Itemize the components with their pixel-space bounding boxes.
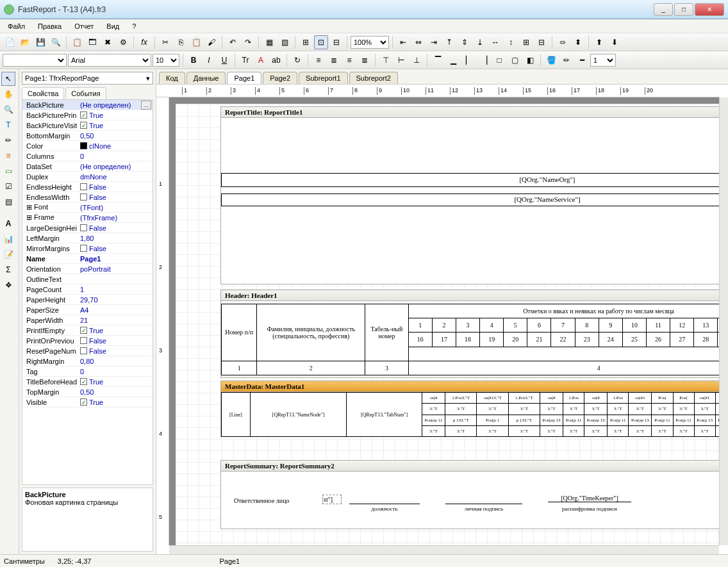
band-tool[interactable]: ≡ <box>1 149 15 163</box>
tab-page1[interactable]: Page1 <box>227 72 261 84</box>
menu-report[interactable]: Отчет <box>70 21 97 31</box>
same-height-button[interactable]: ⬍ <box>571 35 585 49</box>
prop-row-rightmargin[interactable]: RightMargin0,80 <box>22 356 153 366</box>
zoom-combo[interactable]: 100% <box>351 36 389 49</box>
menu-file[interactable]: Файл <box>4 21 29 31</box>
cross-tool[interactable]: Σ <box>1 263 15 277</box>
prop-row-backpictureprin[interactable]: BackPicturePrin✓True <box>22 110 153 120</box>
prop-row-printifempty[interactable]: PrintIfEmpty✓True <box>22 325 153 336</box>
group-button[interactable]: ▦ <box>262 35 276 49</box>
prop-row-color[interactable]: ColorclNone <box>22 141 153 151</box>
frame-bottom-button[interactable]: ▁ <box>446 53 460 67</box>
frame-left-button[interactable]: ▏ <box>461 53 476 67</box>
delete-page-button[interactable]: ✖ <box>101 35 115 49</box>
prop-row-backpicture[interactable]: BackPicture(Не определен)… <box>22 100 153 110</box>
header-table[interactable]: Номер п/п Фамилия, инициалы, должность (… <box>221 304 719 375</box>
copy-button[interactable]: ⎘ <box>174 35 188 49</box>
prop-row-printonpreviou[interactable]: PrintOnPreviouFalse <box>22 336 153 346</box>
prop-row-mirrormargins[interactable]: MirrorMarginsFalse <box>22 243 153 254</box>
prop-row-titlebeforehead[interactable]: TitleBeforeHead✓True <box>22 377 153 387</box>
space-v-button[interactable]: ↕ <box>504 35 518 49</box>
band-page-header-header[interactable]: Header: Header1 <box>220 290 719 301</box>
prop-row-tag[interactable]: Tag0 <box>22 366 153 377</box>
label-responsible[interactable]: Ответственное лицо <box>234 497 290 504</box>
font-name-combo[interactable]: Arial <box>68 54 151 67</box>
text-tool[interactable]: T <box>1 118 15 132</box>
menu-view[interactable]: Вид <box>103 21 123 31</box>
new-dialog-button[interactable]: 🗔 <box>85 35 99 49</box>
band-report-title-header[interactable]: ReportTitle: ReportTitle1 <box>220 106 719 118</box>
design-canvas[interactable]: ReportTitle: ReportTitle1 [QOrg."NameOrg… <box>169 97 719 545</box>
prop-row-outlinetext[interactable]: OutlineText <box>22 274 153 284</box>
font-size-combo[interactable]: 10 <box>153 54 179 67</box>
send-back-button[interactable]: ⬇ <box>608 35 622 49</box>
tab-events[interactable]: События <box>65 87 106 99</box>
scrollbar-horizontal[interactable] <box>169 545 719 554</box>
align-justify-button[interactable]: ≣ <box>358 53 372 67</box>
tab-subreport2[interactable]: Subreport2 <box>349 72 398 84</box>
frame-style-button[interactable]: ━ <box>575 53 589 67</box>
prop-row-columns[interactable]: Columns0 <box>22 151 153 161</box>
prop-row-endlessheight[interactable]: EndlessHeightFalse <box>22 182 153 192</box>
prop-row-paperwidth[interactable]: PaperWidth21 <box>22 315 153 325</box>
page-settings-button[interactable]: ⚙ <box>116 35 130 49</box>
prop-row-visible[interactable]: Visible✓True <box>22 397 153 407</box>
frame-color-button[interactable]: ✏ <box>559 53 574 67</box>
fill-color-button[interactable]: 🪣 <box>544 53 558 67</box>
valign-bottom-button[interactable]: ⊥ <box>410 53 424 67</box>
rich-tool[interactable]: 📝 <box>1 247 15 261</box>
frame-none-button[interactable]: ▢ <box>508 53 522 67</box>
open-button[interactable]: 📂 <box>18 35 32 49</box>
menu-edit[interactable]: Правка <box>34 21 65 31</box>
redo-button[interactable]: ↷ <box>241 35 255 49</box>
menu-help[interactable]: ? <box>128 21 140 31</box>
frame-shadow-button[interactable]: ◧ <box>523 53 537 67</box>
cut-button[interactable]: ✂ <box>158 35 172 49</box>
align-center-text-button[interactable]: ≣ <box>327 53 341 67</box>
tab-data[interactable]: Данные <box>186 72 226 84</box>
field-timekeeper[interactable]: [QOrg."TimeKeeper"] <box>548 495 631 502</box>
prop-row-largedesignhei[interactable]: LargeDesignHeiFalse <box>22 223 153 233</box>
format-paint-button[interactable]: 🖌 <box>204 35 219 49</box>
zoom-tool[interactable]: 🔍 <box>1 103 15 117</box>
tab-code[interactable]: Код <box>159 72 185 84</box>
bring-front-button[interactable]: ⬆ <box>592 35 606 49</box>
valign-middle-button[interactable]: ⊢ <box>394 53 408 67</box>
frame-top-button[interactable]: ▔ <box>431 53 445 67</box>
hand-tool[interactable]: ✋ <box>1 87 15 101</box>
new-page-button[interactable]: 📋 <box>70 35 84 49</box>
prop-row-resetpagenum[interactable]: ResetPageNumFalse <box>22 346 153 356</box>
close-button[interactable]: ✕ <box>695 3 724 16</box>
frame-right-button[interactable]: ▕ <box>477 53 491 67</box>
prop-row-font[interactable]: ⊞ Font(TFont) <box>22 202 153 213</box>
prop-row-duplex[interactable]: DuplexdmNone <box>22 172 153 182</box>
preview-button[interactable]: 🔍 <box>49 35 63 49</box>
space-h-button[interactable]: ↔ <box>488 35 502 49</box>
prop-row-papersize[interactable]: PaperSizeA4 <box>22 305 153 315</box>
scrollbar-vertical[interactable] <box>719 97 728 545</box>
align-left-button[interactable]: ⇤ <box>396 35 410 49</box>
save-button[interactable]: 💾 <box>33 35 47 49</box>
text-rotate-button[interactable]: ↻ <box>290 53 304 67</box>
report-page[interactable]: ReportTitle: ReportTitle1 [QOrg."NameOrg… <box>176 104 719 545</box>
center-v-button[interactable]: ⊟ <box>534 35 549 49</box>
prop-row-name[interactable]: NamePage1 <box>22 254 153 264</box>
align-left-text-button[interactable]: ≡ <box>311 53 326 67</box>
tab-properties[interactable]: Свойства <box>22 87 64 99</box>
master-table[interactable]: [Line] [QRepT13."NameNode"] [QRepT13."Ta… <box>221 392 719 437</box>
grid-align-button[interactable]: ⊡ <box>314 35 328 49</box>
tab-page2[interactable]: Page2 <box>263 72 297 84</box>
same-width-button[interactable]: ⬄ <box>556 35 570 49</box>
italic-button[interactable]: I <box>202 53 216 67</box>
other-tool[interactable]: ❖ <box>1 278 15 292</box>
picture-tool[interactable]: ▭ <box>1 164 15 178</box>
valign-top-button[interactable]: ⊤ <box>379 53 393 67</box>
undo-button[interactable]: ↶ <box>226 35 240 49</box>
font-color-button[interactable]: A <box>254 53 268 67</box>
prop-row-topmargin[interactable]: TopMargin0,50 <box>22 387 153 397</box>
prop-row-dataset[interactable]: DataSet(Не определен) <box>22 161 153 172</box>
frame-width-combo[interactable]: 1 <box>590 54 616 67</box>
property-grid[interactable]: BackPicture(Не определен)…BackPicturePri… <box>22 100 153 485</box>
underline-button[interactable]: U <box>217 53 231 67</box>
field-st[interactable]: st"] <box>322 495 342 504</box>
